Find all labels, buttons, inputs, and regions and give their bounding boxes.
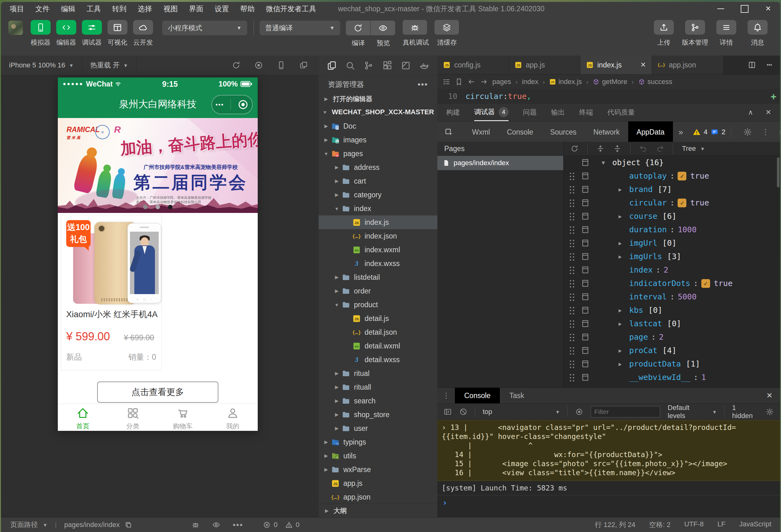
tree-item-cart[interactable]: ▶cart xyxy=(319,174,437,188)
chevron-right-icon[interactable]: ▶ xyxy=(619,348,622,354)
tree-item-listdetail[interactable]: ▶listdetail xyxy=(319,270,437,284)
appdata-row-index[interactable]: index:2 xyxy=(564,263,780,277)
mode-select[interactable]: 小程序模式 ▼ xyxy=(162,20,247,35)
stop-icon[interactable] xyxy=(254,61,263,70)
tree-item-detail.wxml[interactable]: <>detail.wxml xyxy=(319,339,437,353)
dock-side-icon[interactable] xyxy=(779,128,780,136)
drag-handle-icon[interactable] xyxy=(569,266,575,276)
breadcrumb-item-index[interactable]: index xyxy=(522,78,539,86)
devtools-tab-Sources[interactable]: Sources xyxy=(542,122,585,143)
appdata-row-page[interactable]: page:2 xyxy=(564,330,780,344)
menu-item-界面[interactable]: 界面 xyxy=(189,4,210,14)
open-editors-section[interactable]: ▶ 打开的编辑器 xyxy=(319,93,437,105)
bookmark-icon[interactable] xyxy=(455,78,463,86)
devtools-tab-AppData[interactable]: AppData xyxy=(628,122,673,143)
tree-item-index[interactable]: ▼index xyxy=(319,202,437,215)
close-button[interactable]: ✕ xyxy=(756,2,780,15)
appdata-row-brand[interactable]: ▶brand[7] xyxy=(564,183,780,196)
problems-summary[interactable]: 0 0 xyxy=(263,521,299,529)
editor-tab-app.json[interactable]: {…}app.json xyxy=(652,55,724,74)
toolbar-button-真机调试[interactable]: 真机调试 xyxy=(403,20,428,47)
panel-tab-代码质量[interactable]: 代码质量 xyxy=(607,104,635,121)
collapse-panel-icon[interactable]: ∧ xyxy=(748,108,753,117)
toolbar-button-详情[interactable]: 详情 xyxy=(711,20,741,47)
menu-item-微信开发者工具[interactable]: 微信开发者工具 xyxy=(266,4,323,14)
tree-item-index.json[interactable]: {…}index.json xyxy=(319,229,437,243)
menu-item-项目[interactable]: 项目 xyxy=(10,4,31,14)
chevron-right-icon[interactable]: ▶ xyxy=(619,254,622,260)
tree-item-detail.wxss[interactable]: 3detail.wxss xyxy=(319,353,437,366)
doc-row-icon[interactable] xyxy=(581,279,589,287)
settings-gear-icon[interactable] xyxy=(743,128,752,136)
tab-购物车[interactable]: 购物车 xyxy=(158,404,208,431)
filter-input[interactable] xyxy=(591,406,660,417)
console-tab-Task[interactable]: Task xyxy=(500,388,533,403)
appdata-row-indicatorDots[interactable]: indicatorDots:✓true xyxy=(564,277,780,290)
panel-tab-终端[interactable]: 终端 xyxy=(579,104,593,121)
tree-item-wxParse[interactable]: ▶wxParse xyxy=(319,463,437,477)
tree-item-address[interactable]: ▶address xyxy=(319,161,437,174)
drag-handle-icon[interactable] xyxy=(569,213,575,223)
debug-icon[interactable] xyxy=(192,521,200,529)
collapse-all-icon[interactable] xyxy=(613,144,621,153)
doc-row-icon[interactable] xyxy=(581,306,589,314)
panel-tab-输出[interactable]: 输出 xyxy=(551,104,565,121)
doc-row-icon[interactable] xyxy=(581,212,589,220)
tree-item-ritual[interactable]: ▶ritual xyxy=(319,366,437,380)
view-mode-select[interactable]: Tree▼ xyxy=(682,144,705,153)
inspect-element-icon[interactable] xyxy=(437,127,460,137)
chevron-right-icon[interactable]: ▶ xyxy=(619,361,622,367)
toolbar-button-版本管理[interactable]: 版本管理 xyxy=(680,20,710,47)
menu-item-编辑[interactable]: 编辑 xyxy=(61,4,82,14)
menu-item-视图[interactable]: 视图 xyxy=(163,4,184,14)
minimize-button[interactable] xyxy=(709,2,733,15)
tree-item-index.wxml[interactable]: <>index.wxml xyxy=(319,243,437,257)
compile-mode-select[interactable]: 普通编译 ▼ xyxy=(259,20,340,35)
appdata-root-row[interactable]: ▼object{16} xyxy=(564,156,780,169)
copy-icon[interactable] xyxy=(125,521,132,529)
exit-target-button[interactable] xyxy=(237,99,249,110)
refresh-icon[interactable] xyxy=(232,61,241,70)
appdata-row-course[interactable]: ▶course[6] xyxy=(564,210,780,223)
appdata-row-__webviewId__[interactable]: __webviewId__:1 xyxy=(564,370,780,384)
snippet-icon[interactable] xyxy=(401,60,411,71)
doc-row-icon[interactable] xyxy=(581,346,589,355)
maximize-button[interactable] xyxy=(733,2,756,15)
branch-icon[interactable] xyxy=(364,60,374,71)
console-tab-Console[interactable]: Console xyxy=(455,388,500,403)
banner-carousel[interactable]: RAMICAL 雷米高 ⊕ R 加油，奋斗路上的你！ 广州市技师学院&雷米高宠物… xyxy=(58,118,258,213)
pages-item-pages/index/index[interactable]: pages/index/index xyxy=(437,156,563,170)
context-select[interactable]: top ▼ xyxy=(483,408,560,416)
devtools-tab-Network[interactable]: Network xyxy=(585,122,628,143)
tab-首页[interactable]: 首页 xyxy=(58,404,108,431)
tab-我的[interactable]: 我的 xyxy=(208,404,258,431)
menu-item-帮助[interactable]: 帮助 xyxy=(240,4,261,14)
undo-icon[interactable] xyxy=(639,144,647,153)
toolbar-button-消息[interactable]: 消息 xyxy=(743,20,773,47)
page-path-label[interactable]: 页面路径 xyxy=(10,520,38,530)
files-icon[interactable] xyxy=(327,60,337,71)
live-expression-icon[interactable] xyxy=(575,408,583,416)
close-panel-icon[interactable]: ✕ xyxy=(766,108,771,117)
drag-handle-icon[interactable] xyxy=(569,374,575,384)
menu-item-转到[interactable]: 转到 xyxy=(112,4,133,14)
editor-tab-index.js[interactable]: JSindex.js✕ xyxy=(580,55,652,74)
tree-item-user[interactable]: ▶user xyxy=(319,422,437,435)
sidebar-toggle-icon[interactable] xyxy=(444,408,452,416)
docker-icon[interactable] xyxy=(419,60,429,71)
panel-tab-问题[interactable]: 问题 xyxy=(523,104,537,121)
doc-row-icon[interactable] xyxy=(581,225,589,234)
more-icon[interactable]: ••• xyxy=(233,520,243,530)
phone-device-icon[interactable] xyxy=(277,61,286,70)
chevron-down-icon[interactable]: ▼ xyxy=(602,160,605,166)
drag-handle-icon[interactable] xyxy=(569,307,575,317)
tree-item-images[interactable]: ▶images xyxy=(319,133,437,147)
code-editor[interactable]: 10 circular : true , + xyxy=(437,89,780,104)
appdata-row-kbs[interactable]: ▶kbs[0] xyxy=(564,304,780,317)
tree-item-typings[interactable]: ▶TStypings xyxy=(319,435,437,449)
appdata-row-duration[interactable]: duration:1000 xyxy=(564,223,780,236)
tree-item-index.wxss[interactable]: 3index.wxss xyxy=(319,257,437,270)
tree-item-index.js[interactable]: JSindex.js xyxy=(319,215,437,229)
project-root-folder[interactable]: ▼ WECHAT_SHOP_XCX-MASTER xyxy=(319,105,437,119)
chevron-right-icon[interactable]: ▶ xyxy=(619,307,622,313)
